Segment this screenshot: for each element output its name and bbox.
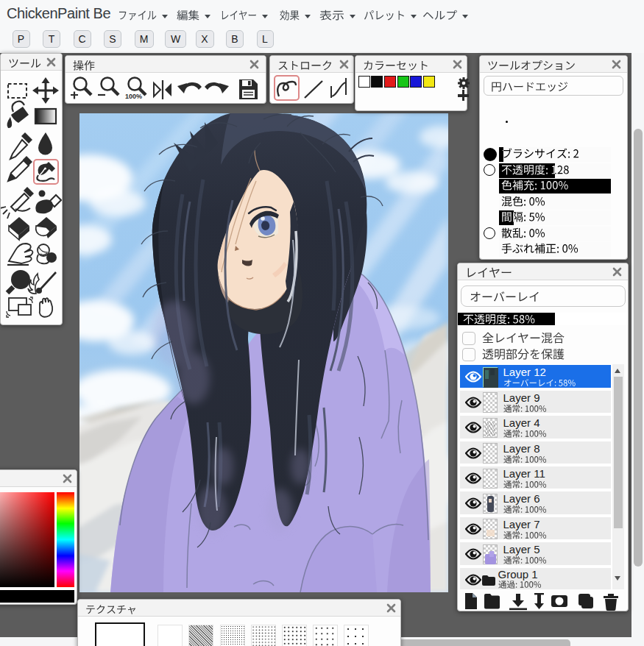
svg-text:100%: 100% xyxy=(125,93,142,100)
